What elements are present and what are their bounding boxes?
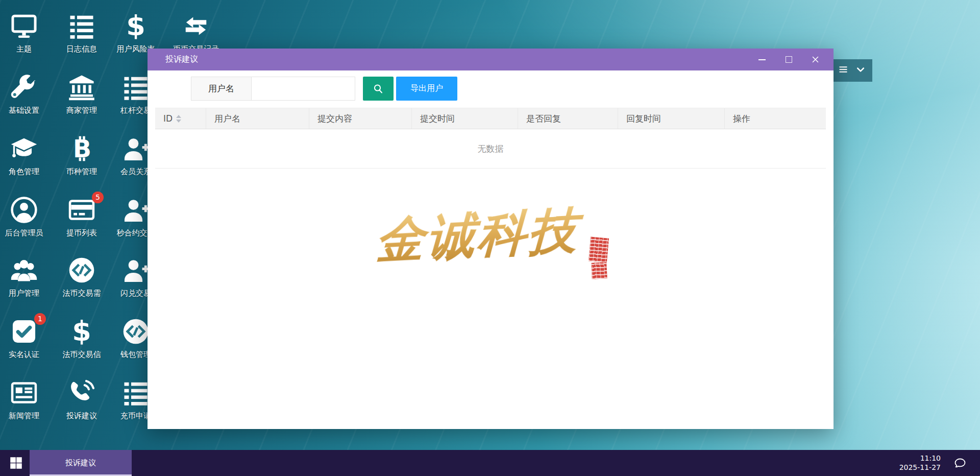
taskbar: 投诉建议 11:10 2025-11-27 [0,450,980,476]
desktop-item-label: 主题 [0,44,55,54]
desktop-item-label: 币种管理 [51,167,112,177]
desktop-item-label: 提币列表 [51,228,112,238]
desktop-item[interactable]: 商家管理 [51,73,112,115]
desktop-item-label: 基础设置 [0,106,55,115]
desktop-item[interactable]: 1实名认证 [0,317,55,360]
taskbar-item-complaints[interactable]: 投诉建议 [30,450,132,476]
chevron-down-icon[interactable] [855,64,866,77]
column-header[interactable]: 提交内容 [309,108,412,129]
desktop-item-label: 新闻管理 [0,411,55,421]
column-header[interactable]: 操作 [725,108,826,129]
desktop: 主题日志信息$用户风险率币币交易记录基础设置商家管理杠杆交易角色管理B币种管理会… [0,0,980,476]
username-field-label: 用户名 [191,77,252,101]
desktop-item[interactable]: B币种管理 [51,134,112,177]
sort-caret-icon[interactable] [176,115,181,123]
column-header[interactable]: 回复时间 [618,108,725,129]
column-header-label: ID [163,113,173,124]
column-header[interactable]: 是否回复 [518,108,618,129]
table-header-row: ID用户名提交内容提交时间是否回复回复时间操作 [155,108,826,129]
column-header[interactable]: ID [155,108,206,129]
column-header-label: 回复时间 [626,113,661,125]
window-content: 用户名 导出用户 ID用户名提交内容提交时间是否回复回复时间操作 无数据 金诚科… [148,70,834,429]
red-seal-icon [591,262,607,279]
desktop-item-label: 法币交易信 [51,350,112,360]
column-header-label: 是否回复 [526,113,561,125]
export-users-button[interactable]: 导出用户 [396,77,457,101]
window-titlebar[interactable]: 投诉建议 [148,49,834,70]
taskbar-item-label: 投诉建议 [65,458,96,468]
column-header-label: 提交时间 [420,113,455,125]
notification-badge: 1 [34,313,46,325]
desktop-item[interactable]: 用户管理 [0,255,55,298]
notification-badge: 5 [92,192,104,203]
column-header[interactable]: 用户名 [206,108,309,129]
desktop-item[interactable]: 主题 [0,11,55,54]
check-square-icon [0,317,55,346]
phone-volume-icon [51,378,112,408]
desktop-item[interactable]: 投诉建议 [51,378,112,421]
desktop-item[interactable]: 币币交易记录 [165,11,227,54]
monitor-icon [0,11,55,41]
search-button[interactable] [363,77,394,101]
chat-bubble-icon[interactable] [953,457,967,470]
wrench-icon [0,73,55,102]
clock-time: 11:10 [899,454,941,463]
desktop-item-label: 法币交易需 [51,289,112,298]
clock-date: 2025-11-27 [899,463,941,473]
users-icon [0,255,55,285]
username-search-input[interactable] [251,77,355,101]
desktop-item[interactable]: 角色管理 [0,134,55,177]
dollar-icon: $ [105,11,166,41]
svg-text:B: B [73,135,91,162]
desktop-item-label: 商家管理 [51,106,112,115]
desktop-item[interactable]: 5提币列表 [51,195,112,238]
user-circle-icon [0,195,55,225]
start-button[interactable] [0,450,32,476]
desktop-item-label: 投诉建议 [51,411,112,421]
maximize-button[interactable] [775,49,802,70]
table-empty-row: 无数据 [155,129,826,169]
column-header-label: 操作 [733,113,750,125]
desktop-item[interactable]: 后台管理员 [0,195,55,238]
desktop-item-label: 日志信息 [51,44,112,54]
exchange-circle-icon [51,255,112,285]
desktop-item-label: 角色管理 [0,167,55,177]
complaints-window: 投诉建议 用户名 导出用户 ID用户名提交内容提交时间是否回复回复时间操作 无数… [148,49,834,429]
close-button[interactable] [802,49,828,70]
graduation-cap-icon [0,134,55,163]
column-header[interactable]: 提交时间 [412,108,518,129]
quick-menu-widget[interactable] [831,59,872,82]
desktop-item[interactable]: $法币交易信 [51,317,112,360]
desktop-item[interactable]: 新闻管理 [0,378,55,421]
minimize-icon [758,59,766,60]
red-seal-icon [589,237,609,263]
minimize-button[interactable] [749,49,775,70]
desktop-item-label: 用户管理 [0,289,55,298]
desktop-item-label: 实名认证 [0,350,55,360]
maximize-icon [786,56,792,63]
column-header-label: 提交内容 [317,113,352,125]
close-icon [812,56,819,63]
column-header-label: 用户名 [214,113,240,125]
tray-clock[interactable]: 11:10 2025-11-27 [899,454,941,473]
desktop-item[interactable]: 基础设置 [0,73,55,115]
svg-text:$: $ [72,318,91,345]
search-icon [372,83,384,95]
list-icon [51,11,112,41]
company-watermark: 金诚科技 [375,202,615,274]
desktop-item[interactable]: 法币交易需 [51,255,112,298]
bank-icon [51,73,112,102]
desktop-item[interactable]: $用户风险率 [105,11,166,54]
desktop-item[interactable]: 日志信息 [51,11,112,54]
menu-icon[interactable] [838,64,848,77]
newspaper-icon [0,378,55,408]
bitcoin-icon: B [51,134,112,163]
dollar-icon: $ [51,317,112,346]
swap-arrows-icon [165,11,227,41]
svg-text:$: $ [126,12,145,40]
window-title: 投诉建议 [165,54,198,65]
complaints-table: ID用户名提交内容提交时间是否回复回复时间操作 无数据 [155,108,826,169]
empty-text: 无数据 [478,143,504,155]
watermark-text: 金诚科技 [374,196,616,275]
windows-logo-icon [9,456,23,470]
